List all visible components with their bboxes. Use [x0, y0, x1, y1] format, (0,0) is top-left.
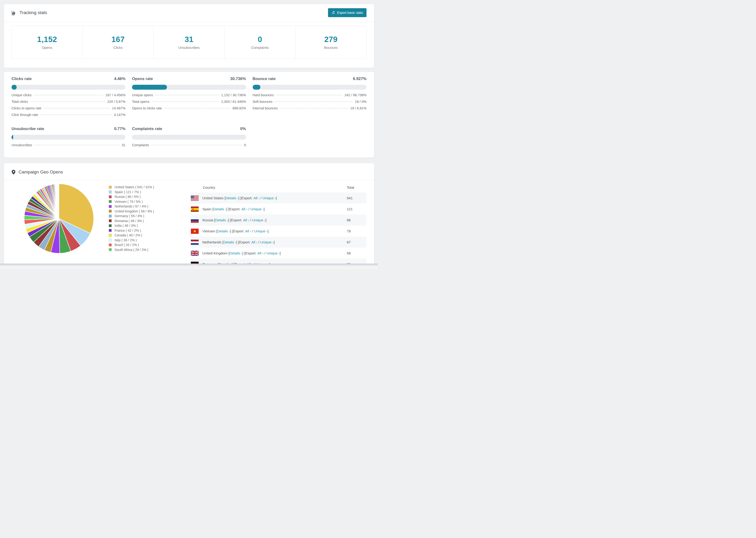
export-label: Export:	[233, 229, 245, 233]
legend-label: Romania ( 49 / 3% )	[115, 219, 144, 223]
total-value-spain: 121	[343, 203, 366, 215]
export-all-link-united-states[interactable]: All ›	[253, 196, 260, 200]
tracking-stats-title: Tracking stats	[12, 10, 47, 15]
bracket-text: ]	[265, 218, 266, 222]
rate-detail-row-clicks-to-opens-rate: Clicks to opens rate14.497%	[12, 106, 125, 113]
export-unique-link-russia[interactable]: Unique ›	[252, 218, 266, 222]
rate-detail-value: 31	[122, 143, 125, 147]
country-name: United Kingdom	[202, 251, 228, 255]
rate-card-bounce-rate: Bounce rate6.927%Hard bounces242 / 86.73…	[253, 77, 366, 120]
export-basic-stats-label: Export basic stats	[337, 11, 363, 15]
rate-detail-row-soft-bounces: Soft bounces18 / 0%	[253, 100, 366, 106]
country-cell-content: Russia [Details ›] [Export: All › / Uniq…	[190, 218, 343, 223]
rate-detail-label: Clicks to opens rate	[12, 106, 41, 110]
rate-card-opens-rate: Opens rate30.736%Unique opens1,152 / 30.…	[132, 77, 246, 120]
spain-flag-icon	[191, 207, 199, 212]
stat-label: Opens	[42, 45, 52, 50]
rate-card-complaints-rate: Complaints rate0%Complaints0	[132, 127, 246, 150]
stat-label: Clicks	[113, 45, 123, 50]
legend-swatch	[109, 243, 112, 246]
details-link-spain[interactable]: Details ›	[213, 207, 226, 211]
legend-swatch	[109, 200, 112, 203]
rate-percent-value: 0%	[240, 127, 246, 131]
export-basic-stats-button[interactable]: Export basic stats	[328, 8, 367, 17]
export-all-link-vietnam[interactable]: All ›	[245, 229, 251, 233]
geo-header: Campaign Geo Opens	[4, 163, 374, 180]
export-all-link-netherlands[interactable]: All ›	[251, 240, 257, 244]
geo-table-row-united-states: United States [Details ›] [Export: All ›…	[190, 192, 366, 203]
country-cell-content: Spain [Details ›] [Export: All › / Uniqu…	[190, 207, 343, 212]
dotted-leader	[43, 108, 110, 108]
stat-label: Unsubscribes	[179, 45, 200, 50]
legend-item-canada: Canada ( 40 / 2% )	[109, 233, 190, 238]
rate-detail-label: Unique opens	[132, 93, 153, 97]
rate-detail-rows: Unsubscribes31	[12, 143, 125, 150]
legend-swatch	[109, 215, 112, 218]
rate-progress-bar	[12, 135, 125, 140]
geo-title-text: Campaign Geo Opens	[19, 170, 63, 175]
legend-swatch	[109, 190, 112, 193]
export-unique-link-vietnam[interactable]: Unique ›	[254, 229, 268, 233]
dotted-leader	[274, 101, 353, 102]
rate-detail-label: Hard bounces	[253, 93, 274, 97]
details-link-united-states[interactable]: Details ›	[225, 196, 238, 200]
details-link-russia[interactable]: Details ›	[215, 218, 228, 222]
netherlands-flag-icon	[191, 240, 199, 245]
export-label: Export:	[231, 218, 243, 222]
dotted-leader	[276, 95, 343, 95]
stat-value: 1,152	[37, 35, 57, 44]
rate-detail-row-hard-bounces: Hard bounces242 / 86.738%	[253, 93, 366, 100]
export-label: Export:	[245, 251, 257, 255]
country-name: Spain	[202, 207, 211, 211]
geo-content: United States ( 541 / 31% )Spain ( 121 /…	[4, 180, 374, 269]
country-name: Vietnam	[202, 229, 215, 233]
export-all-link-spain[interactable]: All ›	[242, 207, 247, 211]
legend-item-united-kingdom: United Kingdom ( 59 / 3% )	[109, 209, 190, 214]
country-cell-content: Netherlands [Details ›] [Export: All › /…	[190, 240, 343, 245]
export-unique-link-united-states[interactable]: Unique ›	[262, 196, 276, 200]
legend-label: Brazil ( 33 / 2% )	[115, 243, 139, 247]
export-unique-link-netherlands[interactable]: Unique ›	[260, 240, 274, 244]
rate-detail-label: Soft bounces	[253, 100, 273, 103]
bracket-text: [	[213, 218, 215, 222]
vietnam-flag-icon	[191, 229, 199, 234]
rate-detail-rows: Unique opens1,152 / 30.736%Total opens2,…	[132, 93, 246, 113]
rate-percent-value: 4.46%	[114, 77, 125, 81]
export-all-link-united-kingdom[interactable]: All ›	[257, 251, 263, 255]
bracket-text: ] [	[230, 229, 233, 233]
details-link-netherlands[interactable]: Details ›	[223, 240, 236, 244]
legend-label: South Africa ( 29 / 2% )	[115, 248, 148, 252]
details-link-united-kingdom[interactable]: Details ›	[229, 251, 242, 255]
united-states-flag-icon	[191, 195, 199, 201]
rate-title: Bounce rate	[253, 77, 276, 81]
rate-detail-row-total-clicks: Total clicks220 / 5.87%	[12, 100, 125, 106]
geo-pie-legend: United States ( 541 / 31% )Spain ( 121 /…	[105, 185, 190, 252]
legend-item-india: India ( 46 / 3% )	[109, 223, 190, 228]
rate-progress-fill	[12, 135, 13, 140]
stat-label: Complaints	[251, 45, 269, 50]
rate-detail-value: 2,303 / 61.446%	[221, 100, 246, 103]
campaign-geo-opens-card: Campaign Geo Opens United States ( 541 /…	[4, 163, 374, 269]
header-divider	[4, 22, 374, 22]
rate-detail-label: Internal bounces	[253, 106, 278, 110]
tracking-stats-card: Tracking stats Export basic stats 1,152O…	[4, 4, 374, 68]
rate-header: Opens rate30.736%	[132, 77, 246, 81]
rate-detail-row-unique-clicks: Unique clicks167 / 4.456%	[12, 93, 125, 100]
legend-swatch	[109, 234, 112, 237]
rates-card: Clicks rate4.46%Unique clicks167 / 4.456…	[4, 72, 374, 158]
export-unique-link-spain[interactable]: Unique ›	[250, 207, 264, 211]
export-all-link-russia[interactable]: All ›	[243, 218, 249, 222]
country-cell-content: Vietnam [Details ›] [Export: All › / Uni…	[190, 229, 343, 234]
rate-percent-value: 0.77%	[114, 127, 125, 131]
dashboard-page: Tracking stats Export basic stats 1,152O…	[0, 4, 378, 269]
rate-detail-label: Complaints	[132, 143, 149, 147]
details-link-vietnam[interactable]: Details ›	[217, 229, 230, 233]
bracket-text: ] [	[242, 251, 245, 255]
rate-detail-value: 0	[244, 143, 246, 147]
map-pin-icon	[12, 170, 16, 175]
export-unique-link-united-kingdom[interactable]: Unique ›	[266, 251, 280, 255]
russia-flag-icon	[191, 218, 199, 223]
geo-table-wrap: Country Total United States [Details ›] …	[190, 183, 366, 269]
bracket-text: ]	[264, 207, 265, 211]
bracket-text: ] [	[226, 207, 229, 211]
